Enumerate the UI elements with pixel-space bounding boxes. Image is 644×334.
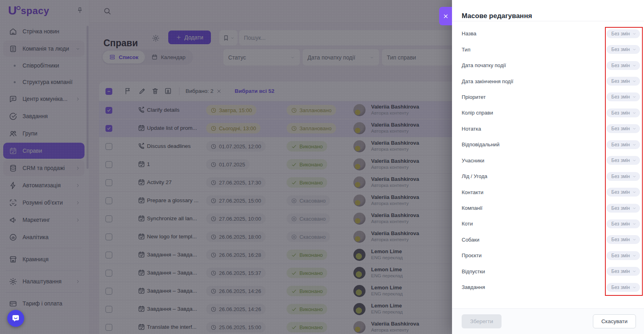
chevron-down-icon (632, 221, 637, 226)
drawer-field-row: ВідпусткиБез змін (452, 264, 644, 279)
drawer-field-label: Контакти (462, 189, 483, 195)
support-chat-button[interactable] (7, 310, 24, 327)
mass-edit-drawer: Масове редагування НазваБез змінТипБез з… (452, 0, 644, 334)
dropdown-value: Без змін (611, 63, 630, 68)
chat-bubble-icon (11, 314, 21, 323)
drawer-field-label: Компанії (462, 205, 483, 211)
chevron-down-icon (632, 190, 637, 195)
drawer-field-row: КомпаніїБез змін (452, 200, 644, 216)
chevron-down-icon (632, 253, 637, 258)
chevron-down-icon (632, 111, 637, 115)
dropdown-value: Без змін (611, 221, 630, 227)
no-change-dropdown[interactable]: Без змін (607, 124, 640, 133)
drawer-field-row: ПріоритетБез змін (452, 89, 644, 105)
drawer-close-button[interactable] (439, 7, 452, 25)
drawer-field-row: Колір справиБез змін (452, 105, 644, 121)
drawer-field-label: Завдання (462, 284, 485, 290)
modal-backdrop[interactable] (0, 0, 452, 334)
drawer-field-row: НотаткаБез змін (452, 121, 644, 137)
chevron-down-icon (632, 237, 637, 242)
chevron-down-icon (632, 206, 637, 211)
no-change-dropdown[interactable]: Без змін (607, 92, 640, 101)
drawer-field-label: Назва (462, 31, 476, 37)
drawer-field-label: Колір справи (462, 110, 493, 116)
dropdown-value: Без змін (611, 285, 630, 290)
no-change-dropdown[interactable]: Без змін (607, 140, 640, 149)
no-change-dropdown[interactable]: Без змін (607, 188, 640, 197)
drawer-field-row: ЗавданняБез змін (452, 279, 644, 295)
app-window: U spacy Стрічка новинКомпанія та людиСпі… (0, 0, 644, 334)
no-change-dropdown[interactable]: Без змін (607, 61, 640, 70)
drawer-fields: НазваБез змінТипБез змінДата початку под… (452, 26, 644, 295)
drawer-field-label: Пріоритет (462, 94, 486, 100)
no-change-dropdown[interactable]: Без змін (607, 283, 640, 292)
dropdown-value: Без змін (611, 94, 630, 100)
drawer-field-label: Собаки (462, 237, 479, 243)
chevron-down-icon (632, 126, 637, 131)
drawer-field-label: Лід / Угода (462, 173, 487, 179)
drawer-field-row: КотиБез змін (452, 216, 644, 232)
chevron-down-icon (632, 174, 637, 179)
no-change-dropdown[interactable]: Без змін (607, 45, 640, 54)
save-button[interactable]: Зберегти (462, 314, 502, 328)
dropdown-value: Без змін (611, 237, 630, 242)
drawer-field-label: Дата закінчення події (462, 78, 513, 84)
drawer-field-row: Лід / УгодаБез змін (452, 168, 644, 184)
dropdown-value: Без змін (611, 142, 630, 148)
drawer-divider (452, 21, 644, 21)
chevron-down-icon (632, 285, 637, 290)
drawer-field-label: Дата початку події (462, 62, 506, 68)
drawer-field-row: Дата початку подіїБез змін (452, 57, 644, 73)
drawer-field-label: Відпустки (462, 268, 485, 275)
drawer-footer: Зберегти Скасувати (452, 308, 644, 334)
chevron-down-icon (632, 79, 637, 84)
cancel-button[interactable]: Скасувати (593, 314, 636, 328)
dropdown-value: Без змін (611, 47, 630, 52)
drawer-field-label: Коти (462, 221, 473, 227)
drawer-field-label: Відповідальний (462, 141, 500, 148)
chevron-down-icon (632, 94, 637, 99)
dropdown-value: Без змін (611, 31, 630, 37)
drawer-field-row: КонтактиБез змін (452, 184, 644, 200)
no-change-dropdown[interactable]: Без змін (607, 235, 640, 244)
no-change-dropdown[interactable]: Без змін (607, 156, 640, 165)
drawer-field-row: УчасникиБез змін (452, 153, 644, 168)
dropdown-value: Без змін (611, 268, 630, 274)
dropdown-value: Без змін (611, 78, 630, 84)
chevron-down-icon (632, 31, 637, 36)
no-change-dropdown[interactable]: Без змін (607, 172, 640, 181)
drawer-field-label: Тип (462, 47, 471, 53)
no-change-dropdown[interactable]: Без змін (607, 29, 640, 38)
no-change-dropdown[interactable]: Без змін (607, 109, 640, 117)
no-change-dropdown[interactable]: Без змін (607, 219, 640, 228)
drawer-field-row: СобакиБез змін (452, 232, 644, 248)
drawer-field-row: НазваБез змін (452, 26, 644, 41)
drawer-title: Масове редагування (462, 12, 532, 20)
dropdown-value: Без змін (611, 253, 630, 258)
chevron-down-icon (632, 269, 637, 274)
drawer-field-label: Проєкти (462, 252, 482, 258)
drawer-field-label: Нотатка (462, 126, 481, 132)
drawer-field-row: Дата закінчення подіїБез змін (452, 73, 644, 89)
chevron-down-icon (632, 158, 637, 163)
chevron-down-icon (632, 142, 637, 147)
dropdown-value: Без змін (611, 205, 630, 211)
no-change-dropdown[interactable]: Без змін (607, 267, 640, 276)
no-change-dropdown[interactable]: Без змін (607, 77, 640, 86)
dropdown-value: Без змін (611, 158, 630, 163)
chevron-down-icon (632, 63, 637, 68)
dropdown-value: Без змін (611, 110, 630, 116)
dropdown-value: Без змін (611, 189, 630, 195)
drawer-field-row: ВідповідальнийБез змін (452, 137, 644, 152)
dropdown-value: Без змін (611, 126, 630, 131)
drawer-field-row: ПроєктиБез змін (452, 248, 644, 263)
dropdown-value: Без змін (611, 174, 630, 179)
no-change-dropdown[interactable]: Без змін (607, 251, 640, 260)
close-icon (443, 13, 449, 19)
drawer-field-row: ТипБез змін (452, 41, 644, 57)
chevron-down-icon (632, 47, 637, 52)
drawer-field-label: Учасники (462, 158, 484, 164)
no-change-dropdown[interactable]: Без змін (607, 204, 640, 213)
